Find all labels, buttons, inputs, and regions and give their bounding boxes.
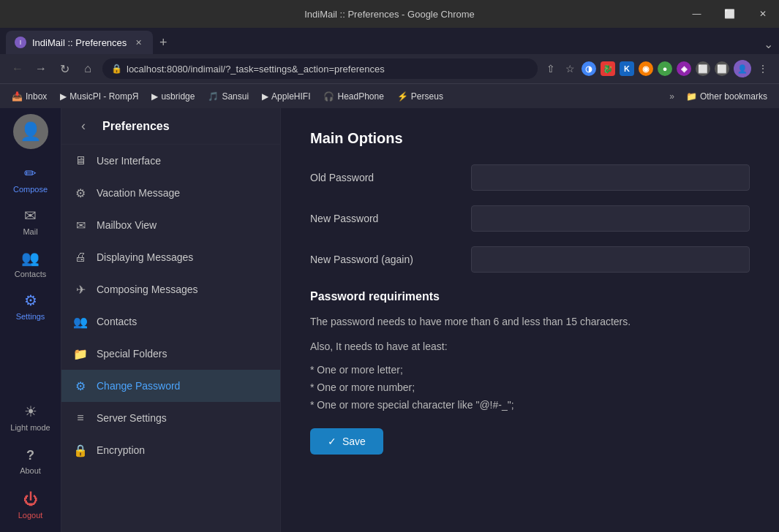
address-actions: ⇧ ☆ ◑ 🐉 K ◉ ● ◈ ⬜ ⬜ 👤 ⋮: [543, 60, 770, 77]
requirements-line1: The password needs to have more than 6 a…: [310, 314, 750, 330]
ext-2[interactable]: 🐉: [601, 61, 615, 76]
save-label: Save: [342, 436, 366, 447]
ext-3[interactable]: K: [620, 61, 634, 76]
old-password-row: Old Password: [310, 164, 750, 191]
title-bar: IndiMail :: Preferences - Google Chrome …: [0, 0, 779, 28]
composing-messages-icon: ✈: [73, 283, 88, 297]
ext-7[interactable]: ⬜: [696, 61, 710, 76]
url-bar[interactable]: 🔒 localhost:8080/indimail/?_task=setting…: [102, 58, 538, 79]
old-password-input[interactable]: [471, 164, 750, 191]
bookmark-perseus[interactable]: ⚡ Perseus: [391, 87, 449, 106]
req-item-special: * One or more special character like "@!…: [310, 399, 750, 411]
reload-button[interactable]: ↻: [56, 60, 73, 77]
back-button[interactable]: ←: [9, 60, 26, 77]
bookmarks-more-icon: »: [669, 91, 674, 102]
pref-nav-encryption[interactable]: 🔒 Encryption: [61, 434, 280, 466]
logout-icon: ⏻: [23, 491, 38, 508]
tab-bar: I IndiMail :: Preferences ✕ + ⌄: [0, 28, 779, 54]
new-password-input[interactable]: [471, 205, 750, 232]
change-password-icon: ⚙: [73, 379, 88, 393]
ext-1[interactable]: ◑: [582, 61, 596, 76]
sidebar-item-about[interactable]: ? About: [5, 440, 56, 482]
contacts-pref-icon: 👥: [73, 315, 88, 329]
active-tab[interactable]: I IndiMail :: Preferences ✕: [6, 31, 153, 54]
sidebar-bottom: ☀ Light mode ? About ⏻ Logout: [5, 396, 56, 532]
encryption-label: Encryption: [97, 444, 145, 456]
bookmark-musicpi[interactable]: ▶ MusicPI - RompЯ: [54, 87, 144, 106]
preferences-header: ‹ Preferences: [61, 108, 280, 145]
bookmark-applehifi-label: AppleHIFI: [271, 91, 310, 102]
server-settings-icon: ≡: [73, 411, 88, 425]
other-bookmarks-label: Other bookmarks: [700, 91, 767, 102]
profile-icon[interactable]: 👤: [734, 60, 751, 77]
contacts-label: Contacts: [15, 270, 46, 278]
sidebar-item-logout[interactable]: ⏻ Logout: [5, 484, 56, 526]
pref-nav-contacts[interactable]: 👥 Contacts: [61, 305, 280, 338]
displaying-messages-label: Displaying Messages: [97, 251, 193, 263]
sidebar-item-mail[interactable]: ✉ Mail: [5, 200, 56, 243]
sidebar-item-contacts[interactable]: 👥 Contacts: [5, 243, 56, 285]
forward-button[interactable]: →: [32, 60, 50, 77]
close-button[interactable]: ✕: [746, 0, 779, 28]
tab-close-button[interactable]: ✕: [132, 37, 144, 48]
url-text: localhost:8080/indimail/?_task=settings&…: [127, 64, 385, 75]
pref-nav-special-folders[interactable]: 📁 Special Folders: [61, 338, 280, 370]
pref-nav-composing-messages[interactable]: ✈ Composing Messages: [61, 273, 280, 305]
home-button[interactable]: ⌂: [79, 60, 97, 77]
pref-nav-user-interface[interactable]: 🖥 User Interface: [61, 145, 280, 177]
compose-label: Compose: [13, 185, 48, 194]
sidebar-item-settings[interactable]: ⚙ Settings: [5, 285, 56, 327]
pref-nav-vacation-message[interactable]: ⚙ Vacation Message: [61, 177, 280, 209]
avatar: 👤: [13, 114, 48, 149]
musicpi-icon: ▶: [60, 91, 67, 102]
ext-8[interactable]: ⬜: [715, 61, 729, 76]
ext-6[interactable]: ◈: [677, 61, 691, 76]
sidebar-item-compose[interactable]: ✏ Compose: [5, 158, 56, 200]
user-interface-label: User Interface: [97, 155, 161, 167]
tab-label: IndiMail :: Preferences: [32, 37, 127, 48]
bookmark-usbridge[interactable]: ▶ usbridge: [146, 87, 200, 106]
settings-label: Settings: [16, 312, 45, 321]
more-options-icon[interactable]: ⋮: [756, 61, 770, 76]
special-folders-label: Special Folders: [97, 348, 168, 360]
pref-nav-change-password[interactable]: ⚙ Change Password: [61, 370, 280, 402]
tab-expand-button[interactable]: ⌄: [764, 37, 773, 51]
mailbox-view-icon: ✉: [73, 218, 88, 232]
bookmark-applehifi[interactable]: ▶ AppleHIFI: [256, 87, 316, 106]
ext-5[interactable]: ●: [658, 61, 672, 76]
window-title: IndiMail :: Preferences - Google Chrome: [304, 9, 475, 20]
new-tab-button[interactable]: +: [153, 32, 173, 53]
pref-nav-displaying-messages[interactable]: 🖨 Displaying Messages: [61, 241, 280, 273]
minimize-button[interactable]: —: [680, 0, 713, 28]
other-bookmarks[interactable]: 📁 Other bookmarks: [680, 87, 773, 106]
pref-nav-mailbox-view[interactable]: ✉ Mailbox View: [61, 209, 280, 241]
settings-icon: ⚙: [24, 292, 37, 309]
pref-nav-server-settings[interactable]: ≡ Server Settings: [61, 402, 280, 434]
share-icon[interactable]: ⇧: [543, 61, 558, 76]
change-password-label: Change Password: [97, 380, 180, 392]
save-button[interactable]: ✓ Save: [310, 428, 383, 455]
contacts-icon: 👥: [21, 249, 39, 267]
preferences-sidebar: ‹ Preferences 🖥 User Interface ⚙ Vacatio…: [61, 108, 281, 532]
bookmark-headphone-label: HeadPhone: [337, 91, 383, 102]
bookmark-inbox[interactable]: 📥 Inbox: [6, 87, 53, 106]
bookmarks-more-button[interactable]: »: [665, 87, 679, 106]
contacts-pref-label: Contacts: [97, 316, 137, 327]
vacation-message-label: Vacation Message: [97, 187, 180, 199]
requirements-title: Password requiriments: [310, 290, 750, 303]
app-container: 👤 ✏ Compose ✉ Mail 👥 Contacts ⚙ Settings…: [0, 108, 779, 532]
usbridge-icon: ▶: [151, 91, 158, 102]
maximize-button[interactable]: ⬜: [713, 0, 746, 28]
user-interface-icon: 🖥: [73, 154, 88, 167]
sansui-icon: 🎵: [208, 91, 219, 102]
preferences-back-button[interactable]: ‹: [73, 116, 94, 137]
ext-4[interactable]: ◉: [639, 61, 653, 76]
bookmark-headphone[interactable]: 🎧 HeadPhone: [317, 87, 389, 106]
about-icon: ?: [26, 448, 34, 463]
main-content: Main Options Old Password New Password N…: [281, 108, 779, 532]
bookmark-sansui[interactable]: 🎵 Sansui: [202, 87, 255, 106]
bookmark-star-icon[interactable]: ☆: [562, 61, 577, 76]
lock-icon: 🔒: [111, 64, 122, 74]
sidebar-item-light-mode[interactable]: ☀ Light mode: [5, 396, 56, 438]
new-password-again-input[interactable]: [471, 246, 750, 273]
